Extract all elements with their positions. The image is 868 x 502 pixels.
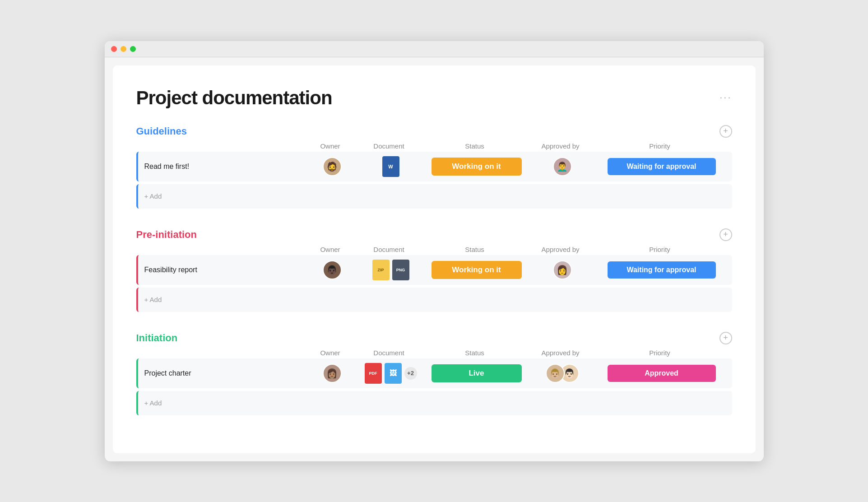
owner-cell: 🧔: [310, 157, 355, 176]
status-badge[interactable]: Working on it: [432, 261, 522, 279]
avatar: 👨🏿: [323, 260, 342, 279]
status-cell: Working on it: [427, 261, 526, 279]
col-status-label: Status: [425, 246, 525, 253]
add-label[interactable]: + Add: [138, 399, 310, 407]
col-approved-label: Approved by: [525, 246, 597, 253]
approved-cell: 👨🏼 👨🏻: [526, 364, 599, 383]
task-name: Feasibility report: [138, 266, 310, 274]
col-status-label: Status: [425, 142, 525, 150]
word-file-icon: W: [382, 156, 399, 177]
add-row[interactable]: + Add: [136, 391, 732, 415]
priority-badge[interactable]: Waiting for approval: [608, 158, 716, 175]
img-file-icon: 🖼: [385, 363, 402, 384]
priority-cell: Waiting for approval: [599, 158, 725, 175]
page-title: Project documentation: [136, 87, 332, 109]
add-row[interactable]: + Add: [136, 288, 732, 312]
pre-initiation-add-circle[interactable]: +: [719, 228, 732, 241]
avatar-group: 👨🏼 👨🏻: [546, 364, 579, 383]
pre-initiation-col-headers: Owner Document Status Approved by Priori…: [136, 246, 732, 255]
status-badge[interactable]: Live: [432, 364, 522, 382]
add-label[interactable]: + Add: [138, 296, 310, 303]
pre-initiation-title: Pre-initiation: [136, 229, 197, 241]
approved-cell: 👨‍🦱: [526, 157, 599, 176]
more-options-button[interactable]: ···: [719, 92, 732, 103]
col-name-label: [136, 349, 308, 357]
titlebar: [105, 41, 764, 57]
document-cell: W: [355, 156, 427, 177]
task-name: Read me first!: [138, 163, 310, 171]
owner-cell: 👨🏿: [310, 260, 355, 279]
status-cell: Live: [427, 364, 526, 382]
file-count-badge: +2: [404, 367, 417, 380]
col-approved-label: Approved by: [525, 349, 597, 357]
initiation-add-circle[interactable]: +: [719, 332, 732, 344]
guidelines-add-circle[interactable]: +: [719, 125, 732, 138]
initiation-title: Initiation: [136, 332, 178, 344]
col-priority-label: Priority: [597, 246, 723, 253]
status-badge[interactable]: Working on it: [432, 158, 522, 176]
priority-badge[interactable]: Approved: [608, 365, 716, 382]
maximize-button[interactable]: [130, 46, 136, 52]
priority-cell: Waiting for approval: [599, 261, 725, 279]
app-window: Project documentation ··· Guidelines + O…: [105, 41, 764, 461]
priority-badge[interactable]: Waiting for approval: [608, 261, 716, 279]
avatar: 👨‍🦱: [553, 157, 572, 176]
col-status-label: Status: [425, 349, 525, 357]
col-name-label: [136, 142, 308, 150]
col-name-label: [136, 246, 308, 253]
minimize-button[interactable]: [121, 46, 126, 52]
document-cell: ZIP PNG: [355, 260, 427, 280]
pdf-file-icon: PDF: [365, 363, 382, 384]
col-document-label: Document: [353, 246, 425, 253]
file-icons-group: ZIP PNG: [372, 260, 409, 280]
add-row[interactable]: + Add: [136, 184, 732, 209]
guidelines-header: Guidelines +: [136, 125, 732, 138]
col-priority-label: Priority: [597, 349, 723, 357]
approved-cell: 👩: [526, 260, 599, 279]
table-row: Read me first! 🧔 W Working on it 👨‍🦱 Wai…: [136, 152, 732, 181]
col-owner-label: Owner: [308, 246, 353, 253]
table-row: Feasibility report 👨🏿 ZIP PNG Working on…: [136, 255, 732, 285]
zip-file-icon: ZIP: [372, 260, 390, 280]
owner-cell: 👩🏽: [310, 364, 355, 383]
col-document-label: Document: [353, 142, 425, 150]
page-header: Project documentation ···: [136, 87, 732, 109]
guidelines-title: Guidelines: [136, 126, 187, 137]
status-cell: Working on it: [427, 158, 526, 176]
pre-initiation-section: Pre-initiation + Owner Document Status A…: [136, 228, 732, 312]
avatar: 🧔: [323, 157, 342, 176]
table-row: Project charter 👩🏽 PDF 🖼 +2 Live: [136, 358, 732, 388]
task-name: Project charter: [138, 369, 310, 377]
col-document-label: Document: [353, 349, 425, 357]
add-label[interactable]: + Add: [138, 192, 310, 200]
avatar: 👩🏽: [323, 364, 342, 383]
initiation-section: Initiation + Owner Document Status Appro…: [136, 332, 732, 415]
avatar: 👩: [553, 260, 572, 279]
initiation-header: Initiation +: [136, 332, 732, 344]
file-icons-group: PDF 🖼 +2: [365, 363, 417, 384]
avatar: 👨🏼: [546, 364, 565, 383]
initiation-col-headers: Owner Document Status Approved by Priori…: [136, 349, 732, 358]
priority-cell: Approved: [599, 365, 725, 382]
close-button[interactable]: [111, 46, 117, 52]
main-content: Project documentation ··· Guidelines + O…: [113, 65, 756, 453]
document-cell: PDF 🖼 +2: [355, 363, 427, 384]
col-priority-label: Priority: [597, 142, 723, 150]
guidelines-section: Guidelines + Owner Document Status Appro…: [136, 125, 732, 209]
col-owner-label: Owner: [308, 349, 353, 357]
pre-initiation-header: Pre-initiation +: [136, 228, 732, 241]
guidelines-col-headers: Owner Document Status Approved by Priori…: [136, 142, 732, 152]
col-owner-label: Owner: [308, 142, 353, 150]
png-file-icon: PNG: [392, 260, 409, 280]
col-approved-label: Approved by: [525, 142, 597, 150]
file-icons-group: W: [382, 156, 399, 177]
